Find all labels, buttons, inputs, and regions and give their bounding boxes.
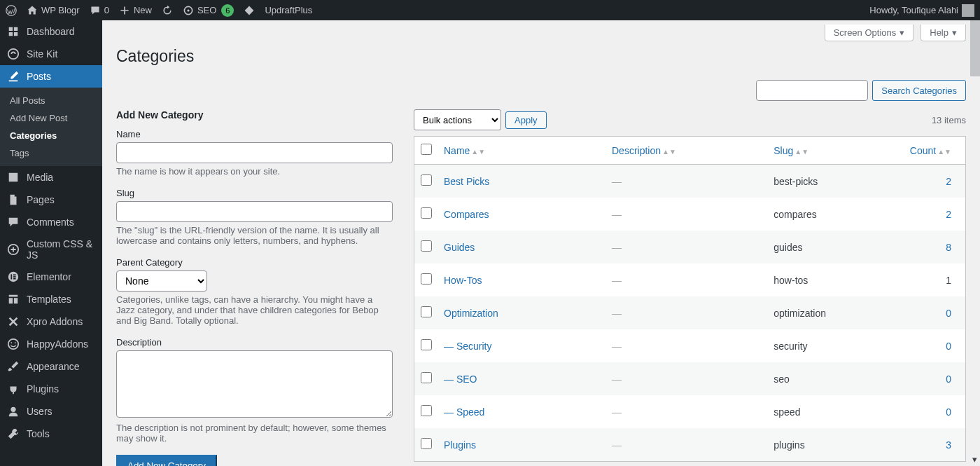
updraft-link[interactable]: UpdraftPlus <box>265 5 312 15</box>
row-checkbox[interactable] <box>421 339 432 350</box>
column-count-sort[interactable]: Count▲▼ <box>910 145 951 156</box>
menu-item-templates[interactable]: Templates <box>0 288 102 310</box>
count-link[interactable]: 0 <box>946 341 951 352</box>
site-home-link[interactable]: WP Blogr <box>27 5 80 16</box>
row-checkbox[interactable] <box>421 405 432 416</box>
name-input[interactable] <box>116 142 393 163</box>
menu-item-xpro-addons[interactable]: Xpro Addons <box>0 310 102 333</box>
row-checkbox[interactable] <box>421 207 432 219</box>
cache-link[interactable] <box>162 5 173 16</box>
row-checkbox[interactable] <box>421 174 432 186</box>
add-category-submit-button[interactable]: Add New Category <box>116 455 217 466</box>
menu-label: Xpro Addons <box>27 316 83 327</box>
count-link[interactable]: 8 <box>946 242 951 253</box>
search-input[interactable] <box>756 80 868 101</box>
menu-label: Media <box>27 172 53 183</box>
menu-item-dashboard[interactable]: Dashboard <box>0 20 102 43</box>
xpro-icon <box>7 315 20 328</box>
new-link[interactable]: New <box>119 5 152 16</box>
parent-select[interactable]: None <box>116 270 207 292</box>
scrollbar-thumb[interactable] <box>970 20 980 76</box>
submenu-item-all-posts[interactable]: All Posts <box>0 92 102 109</box>
menu-label: Pages <box>27 194 55 205</box>
category-slug: optimization <box>774 308 826 319</box>
category-description: — <box>612 275 622 286</box>
menu-item-posts[interactable]: Posts <box>0 65 102 88</box>
menu-label: Appearance <box>27 361 80 372</box>
row-checkbox[interactable] <box>421 372 432 383</box>
menu-item-site-kit[interactable]: Site Kit <box>0 43 102 65</box>
count-link[interactable]: 3 <box>946 439 951 451</box>
row-checkbox[interactable] <box>421 240 432 252</box>
menu-item-elementor[interactable]: Elementor <box>0 266 102 288</box>
menu-item-happyaddons[interactable]: HappyAddons <box>0 333 102 355</box>
screen-options-button[interactable]: Screen Options ▾ <box>825 25 914 41</box>
menu-label: Templates <box>27 294 71 305</box>
menu-item-tools[interactable]: Tools <box>0 423 102 445</box>
media-icon <box>7 171 20 184</box>
category-slug: speed <box>774 406 800 418</box>
category-name-link[interactable]: Optimization <box>444 308 498 319</box>
sort-icon: ▲▼ <box>471 148 485 156</box>
submenu-item-categories[interactable]: Categories <box>0 127 102 144</box>
submenu-item-tags[interactable]: Tags <box>0 144 102 162</box>
menu-item-pages[interactable]: Pages <box>0 189 102 211</box>
categories-table: Name▲▼ Description▲▼ Slug▲▼ Count▲▼ Best… <box>414 136 966 462</box>
category-description: — <box>612 341 622 352</box>
account-link[interactable]: Howdy, Toufique Alahi <box>869 4 974 17</box>
menu-item-comments[interactable]: Comments <box>0 211 102 233</box>
table-row: Plugins—plugins3 <box>414 428 965 461</box>
menu-item-users[interactable]: Users <box>0 400 102 423</box>
category-description: — <box>612 242 622 253</box>
category-name-link[interactable]: — SEO <box>444 374 477 385</box>
column-name-sort[interactable]: Name▲▼ <box>444 145 485 156</box>
count-link[interactable]: 0 <box>946 374 951 385</box>
row-checkbox[interactable] <box>421 438 432 449</box>
count-link[interactable]: 2 <box>946 209 951 220</box>
row-checkbox[interactable] <box>421 273 432 285</box>
category-name-link[interactable]: Plugins <box>444 439 476 451</box>
category-name-link[interactable]: Compares <box>444 209 489 220</box>
help-button[interactable]: Help ▾ <box>920 25 966 41</box>
sitekit-icon <box>7 48 20 60</box>
menu-item-plugins[interactable]: Plugins <box>0 378 102 400</box>
category-name-link[interactable]: How-Tos <box>444 275 482 286</box>
category-name-link[interactable]: Best Picks <box>444 176 489 187</box>
menu-label: Tools <box>27 428 50 439</box>
seo-link[interactable]: SEO 6 <box>183 4 234 17</box>
category-name-link[interactable]: — Speed <box>444 406 484 418</box>
wp-logo[interactable] <box>6 5 17 16</box>
menu-item-custom-css-js[interactable]: Custom CSS & JS <box>0 233 102 266</box>
column-description-sort[interactable]: Description▲▼ <box>612 145 676 156</box>
count-link[interactable]: 0 <box>946 406 951 418</box>
comments-link[interactable]: 0 <box>90 5 109 16</box>
category-slug: best-picks <box>774 176 818 187</box>
svg-point-10 <box>8 339 18 349</box>
submenu-item-add-new-post[interactable]: Add New Post <box>0 109 102 127</box>
menu-item-appearance[interactable]: Appearance <box>0 355 102 378</box>
category-name-link[interactable]: Guides <box>444 242 475 253</box>
description-textarea[interactable] <box>116 350 393 418</box>
seo-badge: 6 <box>221 4 234 17</box>
row-checkbox[interactable] <box>421 306 432 317</box>
slug-input[interactable] <box>116 201 393 222</box>
count-link[interactable]: 0 <box>946 308 951 319</box>
home-icon <box>27 5 38 16</box>
search-categories-button[interactable]: Search Categories <box>872 80 966 101</box>
bulk-actions-select[interactable]: Bulk actions <box>414 109 501 130</box>
scrollbar[interactable]: ▴ ▾ <box>970 20 980 466</box>
category-description: — <box>612 439 622 451</box>
tools-icon <box>7 427 20 440</box>
target-icon <box>183 5 194 16</box>
svg-rect-8 <box>13 276 16 277</box>
diamond-link[interactable] <box>244 5 255 16</box>
slug-label: Slug <box>116 188 393 198</box>
plug-icon <box>7 383 20 395</box>
select-all-checkbox[interactable] <box>421 144 432 155</box>
menu-item-media[interactable]: Media <box>0 166 102 189</box>
apply-button[interactable]: Apply <box>505 111 547 129</box>
count-link[interactable]: 2 <box>946 176 951 187</box>
column-slug-sort[interactable]: Slug▲▼ <box>774 145 808 156</box>
refresh-icon <box>162 5 173 16</box>
category-name-link[interactable]: — Security <box>444 341 491 352</box>
